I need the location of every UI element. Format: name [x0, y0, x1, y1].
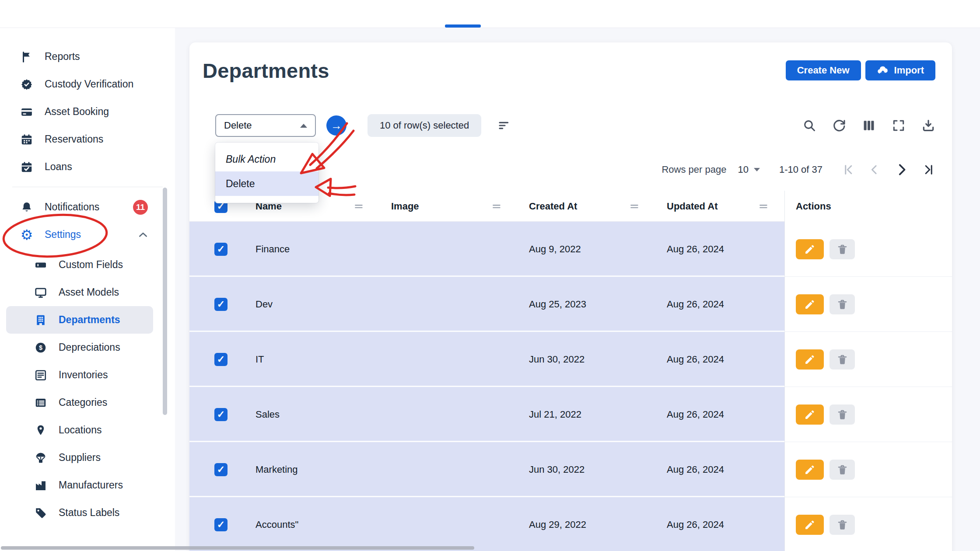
sidebar-item-suppliers[interactable]: Suppliers: [0, 444, 175, 471]
flag-icon: [19, 49, 34, 64]
cell-actions: [784, 387, 952, 442]
tab-indicator: [445, 24, 481, 28]
sidebar-item-inventories[interactable]: Inventories: [0, 361, 175, 389]
edit-button[interactable]: [796, 515, 824, 535]
column-resize-handle[interactable]: [629, 201, 640, 212]
import-button[interactable]: Import: [865, 60, 935, 80]
sidebar-item-notifications[interactable]: Notifications 11: [0, 193, 175, 221]
download-icon[interactable]: [921, 119, 935, 133]
row-checkbox[interactable]: ✓: [214, 518, 228, 531]
table-row: ✓ Sales Jul 21, 2022 Aug 26, 2024: [189, 387, 952, 442]
cell-image: [380, 497, 518, 551]
cell-created-at: Aug 29, 2022: [518, 497, 655, 551]
cell-name: Accounts": [244, 497, 380, 551]
dollar-circle-icon: $: [33, 340, 48, 355]
column-resize-handle[interactable]: [758, 201, 770, 212]
sidebar-item-label: Reports: [45, 51, 80, 63]
row-checkbox[interactable]: ✓: [214, 408, 228, 421]
check-icon: ✓: [217, 354, 225, 365]
sidebar-item-label: Manufacturers: [59, 479, 123, 491]
next-page-button[interactable]: [894, 162, 909, 177]
column-resize-handle[interactable]: [491, 201, 503, 212]
search-icon[interactable]: [802, 119, 816, 133]
inventory-list-icon: [33, 368, 48, 383]
sidebar-scrollbar[interactable]: [163, 188, 167, 415]
delete-button[interactable]: [830, 239, 855, 259]
table-row: ✓ Finance Aug 9, 2022 Aug 26, 2024: [189, 222, 952, 277]
sidebar-item-reservations[interactable]: Reservations: [0, 126, 175, 153]
sidebar-item-label: Loans: [45, 161, 72, 173]
filter-lines-icon[interactable]: [498, 119, 512, 133]
first-page-button[interactable]: [842, 163, 855, 176]
sidebar-item-label: Notifications: [45, 201, 99, 213]
column-header-actions: Actions: [784, 191, 952, 222]
sidebar-item-custom-fields[interactable]: Custom Fields: [0, 251, 175, 279]
check-icon: ✓: [217, 519, 225, 530]
cell-updated-at: Aug 26, 2024: [655, 387, 784, 442]
edit-button[interactable]: [796, 405, 824, 425]
sidebar-item-locations[interactable]: Locations: [0, 416, 175, 444]
column-header-created-at[interactable]: Created At: [518, 191, 655, 222]
row-checkbox[interactable]: ✓: [214, 298, 228, 311]
sidebar-item-custody-verification[interactable]: Custody Verification: [0, 70, 175, 98]
sidebar-item-label: Custom Fields: [59, 259, 123, 271]
sidebar-item-loans[interactable]: Loans: [0, 153, 175, 181]
edit-button[interactable]: [796, 239, 824, 259]
sidebar-item-settings[interactable]: ⚙ Settings: [0, 221, 175, 248]
column-resize-handle[interactable]: [354, 201, 365, 212]
sidebar-item-status-labels[interactable]: Status Labels: [0, 499, 175, 527]
last-page-button[interactable]: [922, 163, 935, 176]
rows-per-page-select[interactable]: 10: [738, 164, 760, 175]
departments-page: Departments Create New Import Delete → 1…: [189, 42, 952, 551]
delete-button[interactable]: [830, 349, 855, 370]
sidebar-divider: [12, 187, 163, 187]
column-header-image[interactable]: Image: [380, 191, 518, 222]
menu-item-delete[interactable]: Delete: [215, 171, 318, 196]
sidebar-item-manufacturers[interactable]: Manufacturers: [0, 471, 175, 499]
delete-button[interactable]: [830, 405, 855, 425]
chevron-up-icon: [137, 229, 149, 241]
card-icon: [19, 105, 34, 119]
delete-button[interactable]: [830, 294, 855, 314]
cell-actions: [784, 222, 952, 277]
factory-icon: [33, 478, 48, 493]
sidebar-item-label: Suppliers: [59, 452, 101, 464]
sidebar-item-departments[interactable]: Departments: [6, 306, 153, 334]
page-header: Departments Create New Import: [203, 54, 935, 87]
delete-button[interactable]: [830, 515, 855, 535]
edit-button[interactable]: [796, 294, 824, 314]
rows-per-page-value: 10: [738, 164, 748, 175]
building-icon: [33, 313, 48, 328]
create-new-button[interactable]: Create New: [786, 60, 861, 80]
column-label: Updated At: [667, 201, 718, 212]
cell-updated-at: Aug 26, 2024: [655, 222, 784, 277]
column-header-updated-at[interactable]: Updated At: [655, 191, 784, 222]
apply-bulk-action-button[interactable]: →: [326, 115, 346, 136]
previous-page-button[interactable]: [868, 163, 881, 176]
row-checkbox[interactable]: ✓: [214, 353, 228, 366]
sidebar-item-asset-booking[interactable]: Asset Booking: [0, 98, 175, 126]
notification-badge: 11: [133, 200, 148, 215]
rows-per-page-label: Rows per page: [662, 164, 726, 175]
columns-icon[interactable]: [862, 119, 876, 133]
fullscreen-icon[interactable]: [892, 119, 906, 133]
sidebar-item-reports[interactable]: Reports: [0, 43, 175, 70]
row-checkbox[interactable]: ✓: [214, 243, 228, 256]
row-checkbox[interactable]: ✓: [214, 463, 228, 476]
sidebar-item-label: Categories: [59, 397, 107, 408]
sidebar-item-depreciations[interactable]: $ Depreciations: [0, 334, 175, 361]
cell-name: Finance: [244, 222, 380, 277]
sidebar-item-categories[interactable]: Categories: [0, 389, 175, 416]
edit-button[interactable]: [796, 460, 824, 480]
bulk-action-value: Delete: [224, 120, 252, 131]
bulk-action-select[interactable]: Delete: [215, 114, 316, 137]
refresh-icon[interactable]: [832, 119, 846, 133]
cell-name: Sales: [244, 387, 380, 442]
horizontal-scrollbar[interactable]: [1, 546, 474, 550]
cell-updated-at: Aug 26, 2024: [655, 497, 784, 551]
edit-button[interactable]: [796, 349, 824, 370]
menu-item-bulk-action[interactable]: Bulk Action: [215, 147, 318, 171]
sidebar-item-asset-models[interactable]: Asset Models: [0, 279, 175, 306]
delete-button[interactable]: [830, 460, 855, 480]
map-pin-icon: [33, 423, 48, 438]
